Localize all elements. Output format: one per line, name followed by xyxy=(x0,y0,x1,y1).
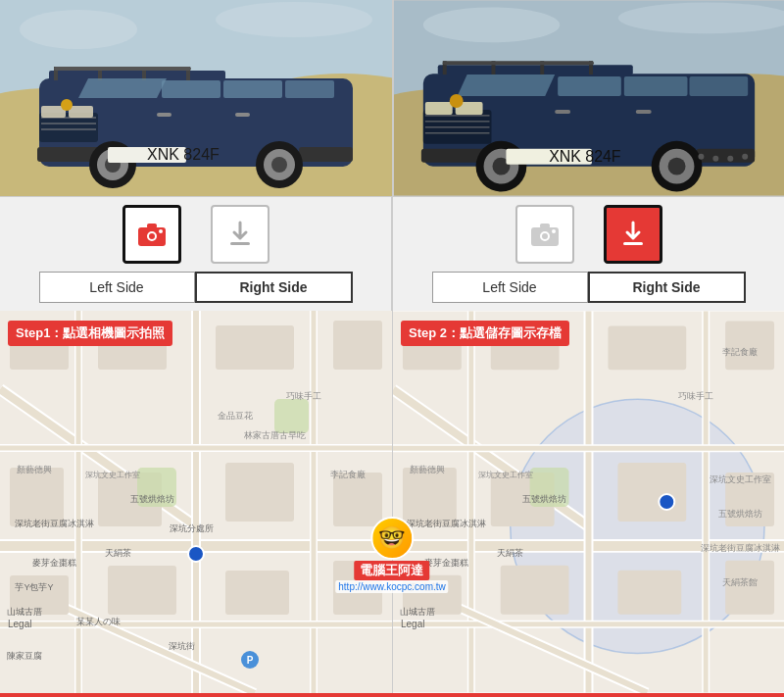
left-car-image: XNK 824F xyxy=(0,0,392,196)
right-map-legal: Legal xyxy=(401,619,424,629)
svg-rect-48 xyxy=(443,61,594,65)
svg-text:深坑分處所: 深坑分處所 xyxy=(170,523,214,533)
svg-text:李記食廠: 李記食廠 xyxy=(722,347,758,357)
svg-rect-50 xyxy=(558,76,621,96)
svg-rect-159 xyxy=(608,325,686,370)
svg-rect-110 xyxy=(10,468,64,526)
svg-point-87 xyxy=(552,229,556,233)
svg-text:巧味手工: 巧味手工 xyxy=(678,391,713,401)
left-panel-left-side-btn[interactable]: Left Side xyxy=(39,272,195,303)
svg-point-35 xyxy=(61,99,73,111)
car-images-section: XNK 824F xyxy=(0,0,784,196)
svg-point-4 xyxy=(20,10,137,49)
svg-text:天絹茶館: 天絹茶館 xyxy=(722,577,758,587)
svg-point-72 xyxy=(450,94,464,108)
svg-point-74 xyxy=(712,156,718,162)
svg-text:林家古厝古早吃: 林家古厝古早吃 xyxy=(243,430,306,440)
left-download-button[interactable] xyxy=(211,205,270,264)
svg-rect-82 xyxy=(230,242,250,245)
svg-text:天絹茶: 天絹茶 xyxy=(105,548,131,558)
svg-rect-51 xyxy=(624,76,688,96)
right-control-icons xyxy=(515,205,662,264)
svg-text:五號烘焙坊: 五號烘焙坊 xyxy=(130,494,174,504)
svg-rect-33 xyxy=(157,113,172,117)
svg-rect-15 xyxy=(223,80,282,98)
svg-rect-14 xyxy=(162,80,220,98)
svg-rect-71 xyxy=(636,110,652,114)
svg-point-85 xyxy=(542,233,548,239)
svg-point-30 xyxy=(271,157,287,173)
svg-rect-116 xyxy=(225,571,289,615)
svg-point-81 xyxy=(159,229,163,233)
svg-text:巧味手工: 巧味手工 xyxy=(286,391,321,401)
svg-rect-113 xyxy=(333,473,382,526)
controls-section: Left Side Right Side xyxy=(0,196,784,311)
svg-rect-117 xyxy=(333,561,382,615)
left-control-icons xyxy=(122,205,270,264)
svg-text:金品豆花: 金品豆花 xyxy=(218,411,253,421)
svg-rect-109 xyxy=(333,321,382,370)
svg-text:山城古厝: 山城古厝 xyxy=(400,607,435,617)
right-panel-left-side-btn[interactable]: Left Side xyxy=(432,272,588,303)
left-control-panel: Left Side Right Side xyxy=(0,197,392,311)
svg-rect-80 xyxy=(147,224,157,228)
svg-text:深坑文史工作室: 深坑文史工作室 xyxy=(710,474,771,484)
svg-text:麥芽金棗糕: 麥芽金棗糕 xyxy=(32,558,76,568)
svg-text:P: P xyxy=(247,655,254,666)
svg-point-184 xyxy=(659,494,674,510)
svg-point-76 xyxy=(742,154,748,160)
svg-text:芋Y包芋Y: 芋Y包芋Y xyxy=(15,582,53,592)
step2-label: Step 2：點選儲存圖示存檔 xyxy=(401,321,569,346)
svg-text:深坑老街豆腐冰淇淋: 深坑老街豆腐冰淇淋 xyxy=(15,519,94,528)
svg-rect-160 xyxy=(725,321,774,370)
svg-text:顏藝德興: 顏藝德興 xyxy=(410,465,445,474)
left-map-legal: Legal xyxy=(8,619,31,629)
svg-marker-13 xyxy=(78,78,167,98)
svg-rect-115 xyxy=(108,566,176,615)
svg-point-138 xyxy=(188,546,204,562)
svg-rect-168 xyxy=(725,561,774,615)
svg-point-5 xyxy=(216,2,372,37)
right-control-panel: Left Side Right Side xyxy=(392,197,784,311)
right-car-image: XNK 824F xyxy=(392,0,784,196)
svg-text:某某人の味: 某某人の味 xyxy=(76,617,121,626)
svg-rect-22 xyxy=(69,106,93,118)
right-panel-right-side-btn[interactable]: Right Side xyxy=(588,272,746,303)
svg-marker-49 xyxy=(458,75,556,96)
svg-point-67 xyxy=(668,158,686,175)
svg-text:五號烘焙坊: 五號烘焙坊 xyxy=(522,494,566,504)
bottom-toolbar: Snap Saved Snap Saved xyxy=(0,693,784,697)
right-camera-button[interactable] xyxy=(515,205,574,264)
left-camera-button[interactable] xyxy=(122,205,181,264)
svg-rect-167 xyxy=(617,571,681,615)
svg-rect-108 xyxy=(216,325,294,370)
svg-text:深坑老街豆腐冰淇淋: 深坑老街豆腐冰淇淋 xyxy=(701,543,780,553)
svg-rect-58 xyxy=(425,102,453,115)
svg-text:深坑文史工作室: 深坑文史工作室 xyxy=(85,471,140,479)
right-side-buttons: Left Side Right Side xyxy=(432,272,746,303)
svg-rect-163 xyxy=(617,463,686,522)
right-download-button[interactable] xyxy=(604,205,662,264)
svg-point-79 xyxy=(149,233,155,239)
svg-text:顏藝德興: 顏藝德興 xyxy=(17,465,52,474)
map-and-toolbar-wrapper: 顏藝德興 深坑文史工作室 五號烘焙坊 深坑老街豆腐冰淇淋 深坑分處所 天絹茶 麥… xyxy=(0,311,784,697)
svg-text:XNK 824F: XNK 824F xyxy=(549,148,621,165)
left-map[interactable]: 顏藝德興 深坑文史工作室 五號烘焙坊 深坑老街豆腐冰淇淋 深坑分處所 天絹茶 麥… xyxy=(0,311,392,693)
svg-rect-166 xyxy=(501,566,569,615)
svg-text:山城古厝: 山城古厝 xyxy=(7,607,42,617)
svg-text:五號烘焙坊: 五號烘焙坊 xyxy=(718,509,762,519)
map-section: 顏藝德興 深坑文史工作室 五號烘焙坊 深坑老街豆腐冰淇淋 深坑分處所 天絹茶 麥… xyxy=(0,311,784,693)
svg-text:李記食廠: 李記食廠 xyxy=(330,470,366,479)
svg-text:天絹茶: 天絹茶 xyxy=(497,548,523,558)
svg-text:芋Y包芋Y: 芋Y包芋Y xyxy=(408,582,446,592)
svg-rect-52 xyxy=(689,76,748,96)
svg-text:麥芽金棗糕: 麥芽金棗糕 xyxy=(424,558,468,568)
right-map[interactable]: 李記食廠 巧味手工 顏藝德興 深坑文史工作室 五號烘焙坊 深坑老街豆腐冰淇淋 天… xyxy=(392,311,784,693)
svg-text:深坑文史工作室: 深坑文史工作室 xyxy=(478,471,533,479)
left-panel-right-side-btn[interactable]: Right Side xyxy=(195,272,353,303)
step1-label: Step1：點選相機圖示拍照 xyxy=(8,321,172,346)
svg-point-40 xyxy=(423,7,560,42)
svg-rect-70 xyxy=(555,110,570,114)
svg-text:深坑街: 深坑街 xyxy=(169,641,195,651)
svg-rect-112 xyxy=(225,463,294,522)
